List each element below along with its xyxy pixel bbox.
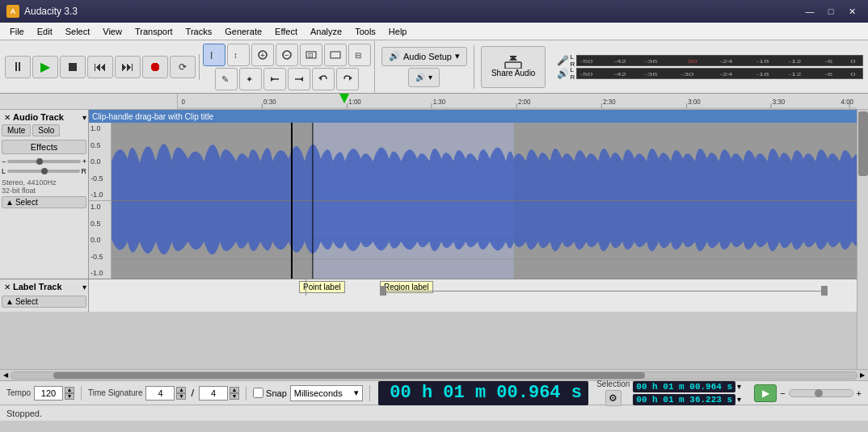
audio-track-close-button[interactable]: ✕ (2, 111, 13, 123)
main-time-display[interactable]: 00 h 01 m 00.964 s (378, 381, 588, 405)
zoom-fit-button[interactable]: ⊡ (300, 44, 322, 66)
vscroll-thumb[interactable] (858, 111, 868, 176)
stop-button[interactable]: ⏹ (60, 56, 86, 78)
draw-tool-button[interactable]: ✎ (215, 68, 238, 90)
undo-button[interactable] (312, 68, 335, 90)
menu-tracks[interactable]: Tracks (179, 25, 219, 38)
snap-checkbox[interactable] (253, 388, 263, 398)
hscroll-right-arrow[interactable]: ▶ (857, 371, 867, 380)
svg-text:−: − (284, 51, 289, 60)
selection-time2-arrow: ▾ (737, 395, 741, 404)
label-track-content[interactable]: Point label Region label (89, 279, 868, 312)
ts-num-up[interactable]: ▲ (176, 387, 186, 393)
playback-meter-bar: -50 -42 -36 -30 -24 -18 -12 -6 0 (576, 68, 863, 79)
title-bar: A Audacity 3.3 — □ ✕ (0, 0, 868, 23)
menu-select[interactable]: Select (59, 25, 97, 38)
audio-track-name: Audio Track (13, 112, 82, 122)
selection-time1[interactable]: 00 h 01 m 00.964 s (633, 381, 735, 392)
label-track-menu-icon[interactable]: ▾ (82, 283, 86, 291)
loop-button[interactable]: ⟳ (170, 56, 196, 78)
selection-gear-button[interactable]: ⚙ (605, 390, 622, 406)
audio-setup-button[interactable]: 🔊 Audio Setup ▾ (381, 47, 467, 66)
hscroll-thumb[interactable] (53, 372, 645, 379)
redo-button[interactable] (336, 68, 359, 90)
minimize-button[interactable]: — (800, 3, 820, 19)
zoom-in-button[interactable]: + (251, 44, 274, 66)
gain-control: − + (2, 157, 86, 166)
share-audio-button[interactable]: Share Audio (481, 46, 546, 88)
close-button[interactable]: ✕ (842, 3, 862, 19)
pause-button[interactable]: ⏸ (5, 56, 31, 78)
label-track-select-button[interactable]: ▲ Select (2, 296, 86, 308)
mute-button[interactable]: Mute (2, 124, 31, 136)
svg-marker-13 (271, 77, 274, 82)
silence-tool-button[interactable] (288, 68, 310, 90)
selection-group: Selection ⚙ 00 h 01 m 00.964 s ▾ 00 h 01… (596, 380, 741, 406)
zoom-out-button[interactable]: − (276, 44, 298, 66)
tempo-up-button[interactable]: ▲ (65, 387, 74, 393)
menu-view[interactable]: View (96, 25, 129, 38)
ts-den-down[interactable]: ▼ (230, 393, 239, 400)
playback-speed-slider-track[interactable] (789, 389, 853, 397)
skip-back-button[interactable]: ⏮ (87, 56, 113, 78)
gain-min-label: − (2, 157, 6, 166)
label-track-close-button[interactable]: ✕ (2, 281, 13, 292)
audio-track-controls: ✕ Audio Track ▾ Mute Solo Effects − + (0, 110, 89, 279)
envelope-tool-button[interactable]: ↕ (227, 44, 250, 66)
maximize-button[interactable]: □ (821, 3, 841, 19)
svg-text:30: 30 (688, 58, 697, 64)
audio-track-menu-icon[interactable]: ▾ (82, 113, 86, 122)
audio-track-waveform-area[interactable]: Clip-handle drag-bar with Clip title 1.0… (89, 110, 868, 279)
ts-num-down[interactable]: ▼ (176, 393, 186, 400)
hscroll-track[interactable] (11, 371, 857, 380)
effects-button[interactable]: Effects (2, 140, 86, 154)
region-start-handle[interactable] (380, 286, 386, 296)
selection-time2[interactable]: 00 h 01 m 36.223 s (633, 394, 735, 405)
menu-tools[interactable]: Tools (348, 25, 382, 38)
tempo-display[interactable]: 120 (34, 386, 63, 401)
pan-slider[interactable] (7, 170, 79, 173)
menu-edit[interactable]: Edit (31, 25, 59, 38)
svg-text:✦: ✦ (246, 74, 253, 84)
record-button[interactable]: ⏺ (142, 56, 168, 78)
multi-tool-button[interactable]: ✦ (239, 68, 262, 90)
menu-help[interactable]: Help (382, 25, 414, 38)
audio-track-info: Stereo, 44100Hz 32-bit float (2, 178, 86, 195)
play-button[interactable]: ▶ (32, 56, 58, 78)
svg-text:I: I (210, 50, 213, 61)
audio-setup-chevron: ▾ (455, 51, 460, 61)
region-end-handle[interactable] (821, 286, 828, 296)
solo-button[interactable]: Solo (32, 124, 60, 136)
menu-generate[interactable]: Generate (218, 25, 268, 38)
zoom-sel-button[interactable] (324, 44, 347, 66)
playback-play-button[interactable]: ▶ (754, 384, 777, 402)
horizontal-scrollbar[interactable]: ◀ ▶ (0, 369, 868, 380)
selection-tool-button[interactable]: I (203, 44, 225, 66)
pan-left-label: L (2, 167, 6, 175)
hscroll-left-arrow[interactable]: ◀ (1, 371, 11, 380)
menu-transport[interactable]: Transport (129, 25, 179, 38)
ts-denominator-display[interactable]: 4 (199, 386, 228, 401)
audio-track-select-button[interactable]: ▲ Select (2, 196, 86, 208)
trim-tool-button[interactable] (263, 68, 286, 90)
zoom-out2-button[interactable]: ⊟ (348, 44, 371, 66)
gain-slider[interactable] (7, 160, 80, 163)
snap-dropdown[interactable]: Milliseconds ▾ (290, 385, 363, 401)
audio-setup-section: 🔊 Audio Setup ▾ 🔊 ▾ (375, 45, 474, 89)
menu-effect[interactable]: Effect (268, 25, 304, 38)
skip-forward-button[interactable]: ⏭ (115, 56, 141, 78)
waveform-display[interactable] (112, 123, 868, 279)
vertical-scrollbar[interactable] (857, 110, 868, 369)
menu-analyze[interactable]: Analyze (304, 25, 348, 38)
audio-track-mute-solo: Mute Solo (2, 124, 86, 136)
main-time-group: 00 h 01 m 00.964 s (377, 381, 590, 405)
playback-speed-thumb[interactable] (815, 389, 823, 397)
ts-numerator-display[interactable]: 4 (145, 386, 175, 401)
tempo-down-button[interactable]: ▼ (65, 393, 74, 400)
svg-text:⊡: ⊡ (308, 52, 314, 59)
full-toolbar: ⏸ ▶ ⏹ ⏮ ⏭ ⏺ ⟳ I ↕ + − ⊡ (0, 40, 868, 94)
playback-meter-button[interactable]: 🔊 ▾ (408, 68, 440, 87)
clip-title-bar[interactable]: Clip-handle drag-bar with Clip title (89, 110, 868, 123)
menu-file[interactable]: File (3, 25, 31, 38)
ts-den-up[interactable]: ▲ (230, 387, 239, 393)
